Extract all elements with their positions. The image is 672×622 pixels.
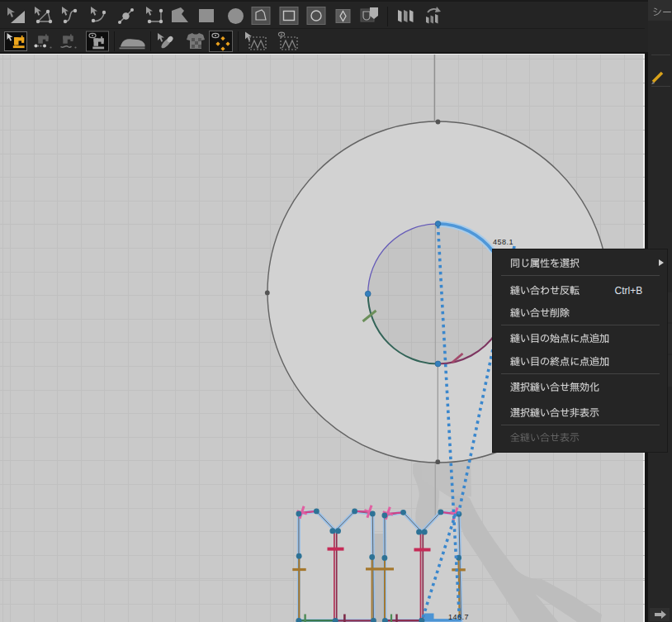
svg-text:458.1: 458.1: [493, 238, 513, 246]
svg-text:146.7: 146.7: [448, 613, 469, 621]
